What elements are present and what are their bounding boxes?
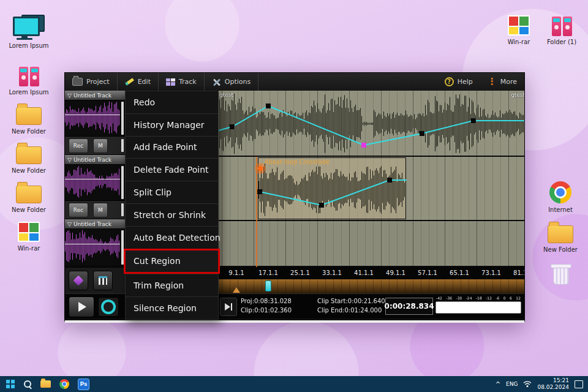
envelope-node[interactable] bbox=[319, 203, 324, 208]
desktop-icon-internet[interactable]: Internet bbox=[538, 178, 582, 213]
file-explorer-icon[interactable] bbox=[40, 380, 51, 388]
timeline-tick: 65.1.1 bbox=[450, 270, 469, 276]
desktop-icon-binders[interactable]: Lorem Ipsum bbox=[7, 60, 51, 96]
desktop-icon-new-folder-1[interactable]: New Folder bbox=[7, 99, 51, 135]
track-waveform-strip[interactable] bbox=[65, 100, 126, 137]
desktop-icon-label: New Folder bbox=[7, 128, 51, 135]
menu-options[interactable]: Options bbox=[205, 73, 258, 91]
track-name: Untitled Track bbox=[74, 221, 111, 227]
playhead-handle[interactable] bbox=[265, 281, 271, 292]
timeline-tick: 25.1.1 bbox=[290, 270, 310, 276]
menu-item-history-manager[interactable]: History Manager bbox=[126, 113, 218, 136]
record-arm-button[interactable]: Rec bbox=[69, 203, 88, 217]
volume-line[interactable] bbox=[65, 244, 120, 244]
menu-item-delete-fade-point[interactable]: Delete Fade Point bbox=[126, 158, 218, 181]
record-arm-button[interactable]: Rec bbox=[69, 138, 88, 153]
desktop-icon-label: Win-rar bbox=[497, 39, 541, 45]
audio-clip[interactable]: 4beat loop Crossfade bbox=[258, 157, 406, 219]
menu-bar: Project Edit Track Options ? Help ⋮ More bbox=[65, 73, 524, 91]
piano-roll-button[interactable] bbox=[93, 271, 113, 290]
collapse-icon[interactable]: ▽ bbox=[67, 221, 72, 227]
language-indicator[interactable]: ENG bbox=[506, 381, 518, 387]
more-icon: ⋮ bbox=[488, 77, 497, 86]
desktop-icon-recycle-bin[interactable] bbox=[538, 257, 582, 284]
menu-item-silence-region[interactable]: Silence Region bbox=[126, 296, 218, 319]
desktop-icon-winrar-2[interactable]: Win-rar bbox=[497, 10, 541, 45]
metronome-icon bbox=[101, 300, 116, 314]
play-button[interactable] bbox=[69, 296, 94, 317]
menu-item-stretch-or-shrink[interactable]: Stretch or Shrink bbox=[126, 203, 218, 226]
chrome-icon[interactable] bbox=[59, 379, 69, 389]
desktop-icon-new-folder-3[interactable]: New Folder bbox=[7, 178, 51, 213]
loop-marker-icon[interactable] bbox=[233, 287, 240, 293]
volume-line[interactable] bbox=[65, 115, 120, 115]
menu-item-auto-beat-detection[interactable]: Auto Beat Detection bbox=[126, 226, 218, 249]
track-header[interactable]: ▽ Untitled Track bbox=[65, 155, 126, 165]
desktop-icon-new-folder-2[interactable]: New Folder bbox=[7, 138, 51, 174]
menu-more[interactable]: ⋮ More bbox=[480, 73, 524, 91]
photoshop-icon[interactable]: Ps bbox=[78, 379, 89, 390]
menu-item-add-fade-point[interactable]: Add Fade Point bbox=[126, 136, 218, 159]
clock[interactable]: 15:21 08.02.2024 bbox=[537, 377, 569, 391]
menu-more-label: More bbox=[500, 78, 517, 86]
track-fader[interactable] bbox=[121, 166, 124, 199]
fade-point-marker[interactable] bbox=[258, 166, 263, 171]
envelope-node[interactable] bbox=[257, 189, 262, 194]
track-fader[interactable] bbox=[121, 203, 124, 216]
folder-icon bbox=[16, 107, 42, 125]
menu-item-cut-region[interactable]: Cut Region bbox=[124, 249, 220, 274]
track-waveform-strip[interactable] bbox=[65, 165, 126, 201]
track-header[interactable]: ▽ Untitled Track bbox=[65, 91, 126, 100]
desktop-icon-computer[interactable]: Lorem Ipsum bbox=[7, 13, 51, 49]
track-fader[interactable] bbox=[121, 102, 124, 135]
menu-track[interactable]: Track bbox=[159, 73, 205, 91]
play-icon bbox=[78, 302, 86, 312]
envelope-node[interactable] bbox=[420, 131, 424, 136]
desktop-icon-label: Internet bbox=[538, 206, 582, 213]
envelope-node[interactable] bbox=[387, 178, 392, 183]
project-time: Proj:0:08:31.028 bbox=[241, 298, 292, 304]
start-button[interactable] bbox=[6, 380, 15, 388]
menu-item-split-clip[interactable]: Split Clip bbox=[126, 181, 218, 203]
track-waveform-strip[interactable] bbox=[65, 229, 126, 266]
tray-expand-icon[interactable]: ^ bbox=[496, 381, 500, 388]
collapse-icon[interactable]: ▽ bbox=[67, 157, 72, 163]
track-header[interactable]: ▽ Untitled Track bbox=[65, 219, 126, 229]
envelope-node[interactable] bbox=[471, 118, 476, 123]
track-fader[interactable] bbox=[121, 139, 124, 152]
mute-button[interactable]: M bbox=[93, 203, 108, 217]
date: 08.02.2024 bbox=[537, 384, 569, 391]
menu-project[interactable]: Project bbox=[65, 73, 118, 91]
timeline-tick: 41.1.1 bbox=[354, 270, 374, 276]
metronome-button[interactable] bbox=[98, 297, 119, 317]
go-to-end-button[interactable] bbox=[220, 298, 237, 316]
collapse-icon[interactable]: ▽ bbox=[67, 92, 72, 99]
envelope-node[interactable] bbox=[230, 124, 235, 129]
menu-help[interactable]: ? Help bbox=[437, 73, 480, 91]
skip-icon-bar bbox=[231, 303, 232, 311]
clip-end-time: Clip End:0:01:24.000 bbox=[317, 307, 382, 314]
timeline-tick: 81.1.1 bbox=[513, 270, 524, 276]
meter-scale: -42-36-30-24-18-12-60612 bbox=[435, 296, 521, 300]
taskbar: Ps ^ ENG 15:21 08.02.2024 bbox=[0, 376, 588, 392]
track-grid-icon bbox=[166, 78, 175, 86]
edit-context-menu: Redo History Manager Add Fade Point Dele… bbox=[125, 91, 219, 320]
desktop-icon-winrar[interactable]: Win-rar bbox=[7, 216, 51, 252]
search-icon[interactable] bbox=[23, 380, 32, 388]
desktop-icon-new-folder-4[interactable]: New Folder bbox=[538, 217, 582, 253]
track-mini-waveform bbox=[65, 100, 120, 135]
fx-button[interactable] bbox=[69, 271, 88, 290]
envelope-node[interactable] bbox=[266, 104, 271, 108]
menu-edit[interactable]: Edit bbox=[118, 73, 159, 91]
fx-diamond-icon bbox=[74, 276, 84, 286]
menu-item-trim-region[interactable]: Trim Region bbox=[126, 274, 218, 296]
envelope-node-selected[interactable] bbox=[361, 143, 366, 148]
time: 15:21 bbox=[537, 377, 569, 384]
trash-icon bbox=[552, 262, 569, 284]
mute-button[interactable]: M bbox=[93, 138, 108, 153]
desktop-icon-folder-1[interactable]: Folder (1) bbox=[540, 10, 584, 45]
wifi-icon[interactable] bbox=[523, 380, 532, 388]
volume-line[interactable] bbox=[65, 179, 120, 179]
menu-item-redo[interactable]: Redo bbox=[126, 91, 218, 113]
action-center-icon[interactable] bbox=[575, 380, 583, 388]
